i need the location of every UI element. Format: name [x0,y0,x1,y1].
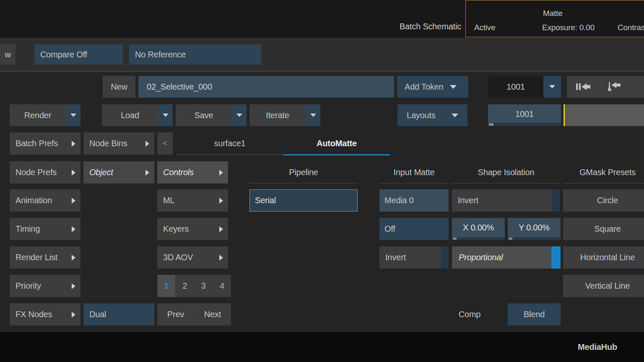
input-matte-source-label: Media 0 [384,196,414,205]
view-selector-batch-schematic[interactable]: Batch Schematic [373,0,461,38]
comp-label-text: Comp [459,310,481,319]
bottom-bar [0,332,644,362]
page-1-button[interactable]: 1 [157,275,175,297]
gmask-square-label: Square [594,224,621,234]
render-button[interactable]: Render [10,104,66,126]
compare-mode-button[interactable]: Compare Off [34,44,123,65]
jump-to-start-button[interactable] [576,83,590,91]
y-offset-slider-handle[interactable] [509,238,512,240]
view-mode-button-partial[interactable]: w [0,44,16,65]
shape-y-offset-field[interactable]: Y 0.00% [508,218,561,240]
context-object-button[interactable]: Object [83,161,154,184]
context-keyers-button[interactable]: Keyers [157,218,228,240]
batch-prefs-label: Batch Prefs [16,139,58,148]
chevron-down-icon [310,114,316,117]
y-offset-slider-track[interactable] [508,237,561,240]
reference-mode-button[interactable]: No Reference [129,44,261,65]
collapse-left-icon: < [163,139,167,148]
view-mode-partial-label: w [5,50,10,59]
tab-surface1-label: surface1 [214,139,245,148]
start-frame-value: 1001 [515,109,534,119]
page-2-button[interactable]: 2 [176,275,194,297]
input-matte-blur-label: Off [384,224,395,234]
layouts-button[interactable]: Layouts [397,104,467,126]
iterate-dropdown-button[interactable] [306,104,320,126]
input-matte-header: Input Matte [379,161,449,184]
comp-label: Comp [443,303,496,326]
prev-next-group: Prev Next [157,303,231,326]
tab-automatte-label: AutoMatte [317,139,357,148]
chevron-down-icon [163,114,169,117]
shape-isolation-header: Shape Isolation [452,161,560,184]
comp-blend-button[interactable]: Blend [508,303,561,326]
save-dropdown-button[interactable] [232,104,247,126]
load-button[interactable]: Load [102,104,158,126]
x-offset-slider-track[interactable] [452,237,505,240]
shape-proportional-toggle[interactable]: Proportional [452,246,561,269]
current-frame-field[interactable]: 1001 [488,76,543,98]
viewer-active-label: Active [474,23,496,32]
context-controls-button[interactable]: Controls [157,161,228,184]
render-dropdown-button[interactable] [66,104,80,126]
shape-invert-toggle[interactable]: Invert [379,246,449,269]
menu-animation-button[interactable]: Animation [10,189,80,212]
tab-surface1[interactable]: surface1 [176,132,283,155]
viewer-exposure-value[interactable]: Exposure: 0.00 [542,23,595,32]
setup-name-field[interactable]: 02_Selective_000 [138,76,394,98]
input-matte-source-button[interactable]: Media 0 [379,189,449,212]
shape-y-offset-value: Y 0.00% [519,223,550,233]
start-frame-field[interactable]: 1001 [488,104,561,126]
timeline-bar[interactable] [566,104,644,126]
pipeline-mode-select[interactable]: Serial [249,189,358,212]
gmask-preset-circle-button[interactable]: Circle [563,189,644,212]
context-ml-button[interactable]: ML [157,189,228,212]
go-to-mark-button[interactable] [608,82,621,91]
gmask-preset-square-button[interactable]: Square [563,218,644,240]
frame-slider-track[interactable] [488,123,561,126]
next-label: Next [204,310,221,319]
menu-priority-button[interactable]: Priority [10,275,80,297]
gmask-circle-label: Circle [597,196,618,205]
gmask-preset-vertical-line-button[interactable]: Vertical Line [563,275,644,297]
gmask-preset-horizontal-line-button[interactable]: Horizontal Line [563,246,644,269]
chevron-down-icon [549,85,555,88]
shape-isolation-header-label: Shape Isolation [478,168,535,177]
prev-label: Prev [167,310,184,319]
prev-page-button[interactable]: Prev [157,303,194,326]
viewer-mode-label: Matte [543,9,563,18]
frame-slider-handle[interactable] [489,123,493,126]
input-matte-invert-toggle[interactable]: Invert [452,189,560,212]
menu-render-list-button[interactable]: Render List [10,246,80,269]
node-bins-button[interactable]: Node Bins [83,132,154,155]
batch-prefs-button[interactable]: Batch Prefs [10,132,80,155]
render-label: Render [24,111,51,120]
chevron-down-icon [236,114,242,117]
tab-automatte[interactable]: AutoMatte [283,132,390,155]
input-matte-blur-button[interactable]: Off [379,218,449,240]
viewer-contrast-value[interactable]: Contras [618,23,644,32]
timeline-playhead[interactable] [564,104,565,126]
x-offset-slider-handle[interactable] [453,238,457,240]
iterate-button[interactable]: Iterate [249,104,306,126]
page-3-button[interactable]: 3 [195,275,213,297]
add-token-button[interactable]: Add Token [397,76,468,98]
chevron-right-icon [219,198,223,204]
save-button[interactable]: Save [176,104,232,126]
context-3d-aov-button[interactable]: 3D AOV [157,246,228,269]
menu-node-prefs-button[interactable]: Node Prefs [10,161,80,184]
mediahub-button[interactable]: MediaHub [558,332,637,362]
shape-x-offset-field[interactable]: X 0.00% [452,218,505,240]
new-setup-button[interactable]: New [103,76,135,98]
next-page-button[interactable]: Next [194,303,231,326]
menu-timing-button[interactable]: Timing [10,218,80,240]
viewer-info-panel[interactable]: Active Matte Exposure: 0.00 Contras [465,0,644,37]
object-label: Object [89,168,113,177]
page-1-label: 1 [164,281,169,291]
menu-fx-nodes-button[interactable]: FX Nodes [10,303,80,326]
frame-dropdown-button[interactable] [543,76,561,98]
dual-button[interactable]: Dual [83,303,154,326]
add-token-label: Add Token [405,82,443,92]
load-dropdown-button[interactable] [158,104,173,126]
page-4-button[interactable]: 4 [213,275,231,297]
tab-collapse-button[interactable]: < [157,132,173,155]
